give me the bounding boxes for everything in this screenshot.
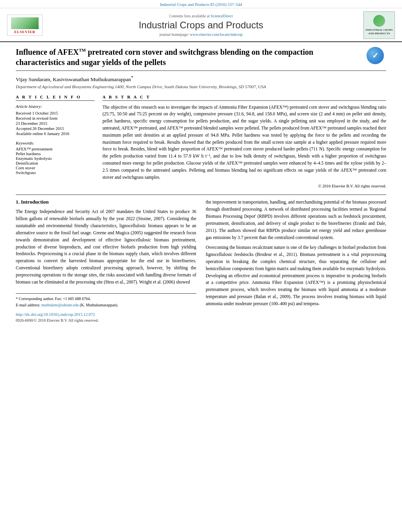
copyright-line: © 2016 Elsevier B.V. All rights reserved…	[102, 184, 386, 188]
journal-logo-right: INDUSTRIAL CROPS AND PRODUCTS	[359, 11, 395, 39]
journal-title: Industrial Crops and Products	[43, 20, 359, 31]
doi-section: http://dx.doi.org/10.1016/j.indcrop.2015…	[16, 311, 196, 323]
intro-num: 1.	[16, 199, 20, 205]
journal-logo-icon	[373, 15, 385, 27]
elsevier-tree-image	[11, 17, 39, 29]
journal-logo-text-line1: INDUSTRIAL CROPS	[365, 28, 393, 32]
journal-citation-text: Industrial Crops and Products 83 (2016) …	[160, 2, 242, 7]
intro-paragraph-3: Overcoming the biomass recalcitrant natu…	[206, 244, 386, 307]
journal-homepage-line: journal homepage: www.elsevier.com/locat…	[43, 32, 359, 37]
keyword-6: Switchgrass	[16, 171, 95, 175]
abstract-heading: A B S T R A C T	[102, 95, 386, 101]
article-info-heading: A R T I C L E I N F O	[16, 95, 95, 101]
paper-title: Influence of AFEXTM pretreated corn stov…	[16, 47, 355, 67]
journal-logo-text-line2: AND PRODUCTS	[368, 32, 390, 35]
body-right-col: the improvement in transportation, handl…	[206, 199, 386, 323]
article-history-label: Article history:	[16, 104, 95, 109]
crossmark-circle: ✓	[367, 47, 384, 64]
received-date: Received 1 October 2015	[16, 111, 95, 115]
article-info-panel: A R T I C L E I N F O Article history: R…	[16, 95, 95, 189]
revised-date: 23 December 2015	[16, 121, 95, 126]
keywords-section: Keywords: AFEX™ pretreatment Pellet hard…	[16, 141, 95, 175]
intro-title: Introduction	[21, 199, 49, 205]
available-online-date: Available online 6 January 2016	[16, 132, 95, 136]
journal-center: Contents lists available at ScienceDirec…	[43, 14, 359, 37]
intro-paragraph-1: The Energy Independence and Security Act…	[16, 208, 196, 285]
crossmark-logo: ✓	[367, 47, 386, 67]
section-divider	[16, 195, 386, 195]
keyword-5: Corn stover	[16, 166, 95, 170]
footnote-star-note: * Corresponding author. Fax: +1 605 688 …	[16, 296, 196, 302]
abstract-panel: A B S T R A C T The objective of this re…	[102, 95, 386, 189]
keyword-1: AFEX™ pretreatment	[16, 147, 95, 151]
corresponding-star: *	[131, 75, 133, 80]
abstract-text: The objective of this research was to in…	[102, 104, 386, 181]
keywords-label: Keywords:	[16, 141, 95, 145]
accepted-date: Accepted 26 December 2015	[16, 126, 95, 131]
footnote-email-link[interactable]: muthukmr@sdstate.edu	[41, 303, 79, 307]
info-abstract-section: A R T I C L E I N F O Article history: R…	[16, 95, 386, 189]
introduction-heading: 1. Introduction	[16, 199, 196, 205]
paper-content: Influence of AFEXTM pretreated corn stov…	[0, 42, 402, 330]
journal-homepage-link[interactable]: www.elsevier.com/locate/indcrop	[190, 32, 243, 37]
body-left-col: 1. Introduction The Energy Independence …	[16, 199, 196, 323]
keyword-3: Enzymatic hydrolysis	[16, 156, 95, 161]
authors-text: Vijay Sundaram, Kasiviswanathan Muthukum…	[16, 76, 131, 82]
authors-line: Vijay Sundaram, Kasiviswanathan Muthukum…	[16, 75, 386, 83]
issn-line: 0926-6690/© 2016 Elsevier B.V. All right…	[16, 318, 196, 323]
body-two-columns: 1. Introduction The Energy Independence …	[16, 199, 386, 323]
contents-available-line: Contents lists available at ScienceDirec…	[43, 14, 359, 18]
footnote-section: * Corresponding author. Fax: +1 605 688 …	[16, 293, 196, 308]
journal-logo-box: INDUSTRIAL CROPS AND PRODUCTS	[363, 11, 395, 39]
keyword-4: Densification	[16, 161, 95, 165]
elsevier-logo: ELSEVIER	[7, 15, 43, 36]
doi-link[interactable]: http://dx.doi.org/10.1016/j.indcrop.2015…	[16, 312, 95, 317]
keyword-2: Pellet hardness	[16, 152, 95, 156]
sciencedirect-link[interactable]: ScienceDirect	[210, 14, 233, 18]
paper-title-prefix: Influence of AFEX	[16, 48, 79, 56]
journal-citation-banner: Industrial Crops and Products 83 (2016) …	[0, 0, 402, 8]
footnote-email-line: E-mail address: muthukmr@sdstate.edu (K.…	[16, 302, 196, 308]
elsevier-wordmark: ELSEVIER	[10, 30, 40, 34]
affiliation: Department of Agricultural and Biosystem…	[16, 84, 386, 89]
paper-title-section: Influence of AFEXTM pretreated corn stov…	[16, 47, 386, 71]
paper-title-tm: TM	[79, 48, 86, 52]
intro-paragraph-2: the improvement in transportation, handl…	[206, 199, 386, 241]
revised-label: Received in revised form	[16, 116, 95, 120]
journal-header: ELSEVIER Contents lists available at Sci…	[0, 8, 402, 42]
